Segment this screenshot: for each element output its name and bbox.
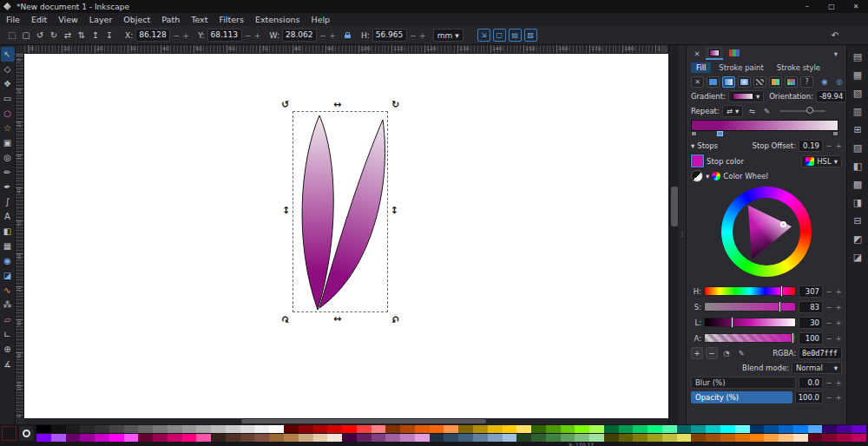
horizontal-scrollbar[interactable]	[24, 418, 668, 424]
palette-color[interactable]	[66, 425, 81, 433]
horizontal-ruler[interactable]: 0102030405060708090100110120130140150160…	[24, 45, 668, 54]
palette-color[interactable]	[51, 425, 66, 433]
palette-color[interactable]	[735, 434, 750, 442]
calligraphy-tool[interactable]: ∫	[1, 194, 15, 209]
palette-color[interactable]	[691, 434, 706, 442]
palette-color[interactable]	[516, 434, 531, 442]
box-3d-tool[interactable]: ▣	[1, 135, 15, 150]
palette-color[interactable]	[516, 425, 531, 433]
swatch-button[interactable]	[769, 76, 782, 88]
text-tool[interactable]: A	[1, 209, 15, 224]
palette-color[interactable]	[706, 434, 720, 442]
palette-color[interactable]	[182, 425, 197, 433]
gradient-dropdown[interactable]: ▾	[728, 90, 764, 102]
h-minus[interactable]: −	[410, 31, 417, 40]
flat-color-button[interactable]	[707, 76, 720, 88]
palette-color[interactable]	[822, 434, 837, 442]
node-tool[interactable]: ◇	[1, 62, 15, 76]
palette-color[interactable]	[342, 425, 357, 433]
rotate-handle-tl[interactable]: ↺	[281, 100, 289, 109]
h-plus[interactable]: +	[419, 31, 426, 40]
palette-color[interactable]	[531, 434, 546, 442]
palette-color[interactable]	[779, 434, 793, 442]
wheel-expander-icon[interactable]: ▾	[706, 172, 709, 180]
radial-gradient-button[interactable]	[738, 76, 751, 88]
palette-color[interactable]	[619, 434, 634, 442]
palette-color[interactable]	[109, 434, 124, 442]
h-minus[interactable]: −	[825, 287, 832, 296]
palette-color[interactable]	[488, 425, 503, 433]
skew-handle-top[interactable]: ↔	[333, 100, 341, 109]
vertical-ruler[interactable]: 0102030405060708090100110	[16, 54, 24, 418]
palette-color[interactable]	[662, 425, 677, 433]
palette-color[interactable]	[284, 434, 299, 442]
panel-menu-icon[interactable]: ▾	[830, 48, 842, 60]
panel-resize-handle[interactable]: ⁞	[679, 45, 686, 424]
a-minus[interactable]: −	[825, 334, 832, 343]
palette-color[interactable]	[269, 434, 284, 442]
palette-color[interactable]	[677, 434, 692, 442]
objects-dialog-icon[interactable]: ▧	[851, 86, 865, 100]
no-color-swatch[interactable]	[19, 426, 34, 441]
dropper-tool[interactable]: ◉	[1, 253, 15, 268]
gradient-stop-end[interactable]	[832, 131, 838, 136]
palette-color[interactable]	[299, 425, 313, 433]
snap-controls-icon[interactable]: ↶	[828, 29, 842, 43]
rectangle-tool[interactable]: ▭	[1, 91, 15, 106]
menu-item[interactable]: Filters	[219, 15, 243, 24]
menu-item[interactable]: Help	[311, 15, 330, 24]
minimize-button[interactable]: –	[795, 0, 819, 13]
flip-vertical-icon[interactable]: ⇅	[75, 29, 89, 43]
close-button[interactable]: ✕	[844, 0, 868, 13]
shape-builder-tool[interactable]: ❖	[1, 76, 15, 91]
palette-color[interactable]	[546, 434, 561, 442]
xml-editor-dialog-icon[interactable]: ◪	[851, 250, 865, 264]
palette-color[interactable]	[372, 425, 386, 433]
palette-color[interactable]	[633, 434, 648, 442]
palette-color[interactable]	[327, 434, 342, 442]
palette-color[interactable]	[66, 434, 81, 442]
palette-color[interactable]	[750, 434, 765, 442]
palette-color[interactable]	[691, 425, 706, 433]
gradient-angle-dial[interactable]	[780, 110, 825, 112]
w-minus[interactable]: −	[319, 31, 326, 40]
deselect-icon[interactable]: ▢	[19, 29, 33, 43]
opacity-plus[interactable]: +	[835, 393, 842, 402]
h-value-field[interactable]: 307	[799, 285, 823, 298]
palette-color[interactable]	[196, 425, 211, 433]
selector-tool[interactable]: ↖	[1, 47, 15, 62]
pattern-button[interactable]	[753, 76, 766, 88]
raise-object-icon[interactable]: ↥	[89, 29, 102, 43]
palette-color[interactable]	[415, 434, 430, 442]
a-value-field[interactable]: 100	[799, 332, 823, 344]
palette-color[interactable]	[589, 434, 604, 442]
palette-color[interactable]	[648, 425, 662, 433]
lock-ratio-icon[interactable]	[343, 32, 352, 38]
palette-color[interactable]	[109, 425, 124, 433]
palette-color[interactable]	[488, 434, 503, 442]
palette-color[interactable]	[299, 434, 313, 442]
unit-dropdown[interactable]: mm ▾	[433, 29, 464, 42]
palette-color[interactable]	[211, 425, 226, 433]
fill-stroke-dialog-icon[interactable]: ▤	[851, 49, 865, 63]
palette-color[interactable]	[153, 425, 168, 433]
blur-minus[interactable]: −	[825, 378, 832, 387]
palette-color[interactable]	[254, 425, 269, 433]
palette-color[interactable]	[561, 434, 575, 442]
x-minus[interactable]: −	[173, 31, 180, 40]
palette-color[interactable]	[240, 425, 255, 433]
orientation-field[interactable]: -89.94	[816, 90, 846, 102]
remove-stop-button[interactable]: −	[706, 347, 718, 359]
saturation-slider[interactable]	[704, 302, 796, 312]
palette-color[interactable]	[764, 434, 779, 442]
horizontal-scrollbar-thumb[interactable]	[241, 419, 486, 423]
palette-color[interactable]	[822, 425, 837, 433]
palette-color[interactable]	[124, 425, 139, 433]
scale-corners-toggle[interactable]: ▢	[493, 29, 506, 42]
rotate-handle-tr[interactable]: ↺	[391, 100, 399, 109]
menu-item[interactable]: Text	[191, 15, 207, 24]
blur-plus[interactable]: +	[835, 378, 842, 387]
lower-object-icon[interactable]: ↧	[102, 29, 116, 43]
spiral-tool[interactable]: ◎	[1, 150, 15, 165]
h-plus[interactable]: +	[835, 287, 842, 296]
